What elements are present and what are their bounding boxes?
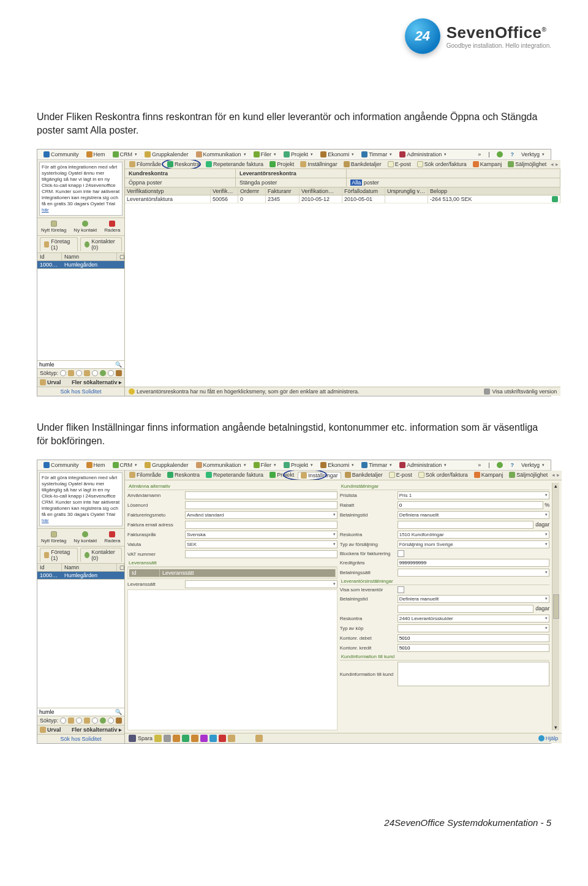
menu-kommunikation[interactable]: Kommunikation (192, 461, 250, 469)
tool-icon-8[interactable] (219, 735, 226, 742)
subtab-bankdetaljer[interactable]: Bankdetaljer (342, 472, 385, 479)
grid-row-selected[interactable]: 1000…Humlegården (37, 261, 124, 268)
menu-hem[interactable]: Hem (83, 151, 109, 158)
select-fakturasprak[interactable]: Svenska (185, 531, 337, 539)
subtab-installningar[interactable]: Inställningar (298, 161, 340, 167)
tool-icon-7[interactable] (209, 735, 217, 742)
input-dagar-kund[interactable] (398, 521, 534, 529)
menu-help-icon[interactable]: ? (507, 151, 518, 158)
subtab-repeterande[interactable]: Repeterande faktura (203, 161, 266, 167)
menu-gruppkalender[interactable]: Gruppkalender (141, 151, 192, 158)
fler-sokalternativ[interactable]: Fler sökalternativ ▸ (72, 727, 122, 733)
cell-kundreskontra[interactable]: Kundreskontra (125, 169, 236, 178)
col-fakturanr[interactable]: Fakturanr (266, 187, 300, 195)
menu-projekt[interactable]: Projekt (280, 461, 317, 469)
textarea-kundinfo[interactable] (398, 662, 550, 686)
ledger-icon[interactable] (552, 196, 558, 202)
col-namn[interactable]: Namn (62, 564, 117, 571)
cell-levreskontra[interactable]: Leverantörsreskontra (236, 169, 347, 178)
menu-verktyg[interactable]: Verktyg (518, 461, 548, 469)
subtab-repeterande[interactable]: Repeterande faktura (203, 472, 266, 479)
menu-crm[interactable]: CRM (109, 461, 141, 469)
col-belopp[interactable]: Belopp (428, 187, 560, 195)
menu-refresh-icon[interactable] (493, 151, 507, 158)
col-namn[interactable]: Namn (62, 253, 117, 260)
input-kontonr-debet[interactable] (398, 634, 550, 642)
col-ordernr[interactable]: Ordernr (238, 187, 266, 195)
urval-button[interactable]: Urval (40, 727, 61, 733)
tab-scroll-left[interactable]: ◂ (550, 161, 554, 167)
tool-icon-4[interactable] (182, 735, 189, 742)
cell-oppna-poster[interactable]: Öppna poster (125, 178, 236, 187)
tool-icon-12[interactable] (255, 735, 263, 742)
tab-scroll-right[interactable]: ▸ (555, 161, 559, 167)
menu-hem[interactable]: Hem (83, 461, 109, 469)
menu-ekonomi[interactable]: Ekonomi (317, 461, 358, 469)
menu-administration[interactable]: Administration (396, 151, 450, 158)
chk-visa-som-lev[interactable] (398, 586, 404, 593)
tab-foretag[interactable]: Företag (1) (40, 548, 78, 562)
col-verifik[interactable]: Verifik… (211, 187, 238, 195)
soktyp-opt1-icon[interactable] (60, 718, 66, 724)
tab-scroll-right[interactable]: ▸ (556, 472, 560, 479)
sok-hos-soliditet[interactable]: Sök hos Soliditet (37, 387, 124, 396)
sok-hos-soliditet[interactable]: Sök hos Soliditet (37, 734, 124, 743)
fler-sokalternativ[interactable]: Fler sökalternativ ▸ (72, 379, 122, 385)
tab-kontakter[interactable]: Kontakter (0) (80, 237, 122, 251)
info-link[interactable]: här (42, 518, 49, 523)
input-dagar-lev[interactable] (398, 605, 534, 613)
urval-button[interactable]: Urval (40, 379, 61, 385)
soktyp-opt4-icon[interactable] (108, 718, 114, 724)
soktyp-opt3-icon[interactable] (92, 718, 98, 724)
soktyp-opt4-icon[interactable] (108, 370, 114, 376)
menu-filer[interactable]: Filer (250, 151, 281, 158)
menu-crm[interactable]: CRM (109, 151, 141, 158)
soktyp-opt1-icon[interactable] (60, 370, 66, 376)
menu-community[interactable]: Community (40, 151, 83, 158)
search-input[interactable] (37, 361, 113, 368)
menu-refresh-icon[interactable] (493, 461, 507, 469)
col-ursprunglig[interactable]: Ursprunglig v… (385, 187, 428, 195)
scroll-thumb[interactable] (553, 594, 559, 619)
tool-icon-6[interactable] (200, 735, 208, 742)
select-typ-kop[interactable] (398, 624, 550, 632)
col-verifikationstyp[interactable]: Verifikationstyp (125, 187, 211, 195)
menu-kommunikation[interactable]: Kommunikation (192, 151, 250, 158)
menu-timmar[interactable]: Timmar (358, 461, 396, 469)
menu-gruppkalender[interactable]: Gruppkalender (141, 461, 192, 469)
menu-filer[interactable]: Filer (250, 461, 281, 469)
grid-row-selected[interactable]: 1000…Humlegården (37, 572, 124, 579)
menu-projekt[interactable]: Projekt (280, 151, 317, 158)
col-filter-icon[interactable]: ▢ (117, 564, 124, 571)
col-filter-icon[interactable]: ▢ (117, 253, 124, 260)
tool-icon-3[interactable] (173, 735, 180, 742)
tab-foretag[interactable]: Företag (1) (40, 237, 78, 251)
input-losenord[interactable] (185, 501, 337, 509)
subtab-kampanj[interactable]: Kampanj (470, 161, 505, 167)
subtab-reskontra[interactable]: Reskontra (165, 472, 202, 479)
subtab-epost[interactable]: E-post (386, 472, 415, 479)
search-input[interactable] (37, 708, 113, 716)
subtab-projekt[interactable]: Projekt (267, 161, 296, 167)
cell-alla-poster[interactable]: Alla poster (347, 178, 560, 187)
input-vat[interactable] (185, 550, 337, 558)
tool-icon-1[interactable] (154, 735, 162, 742)
tab-kontakter[interactable]: Kontakter (0) (80, 548, 122, 562)
subtab-epost[interactable]: E-post (385, 161, 413, 167)
scroll-down-icon[interactable]: ▾ (554, 724, 557, 730)
select-betalningstid-lev[interactable]: Definiera manuellt (398, 595, 550, 603)
menu-help-icon[interactable]: ? (507, 461, 518, 469)
select-faktureringsmeto[interactable]: Använd standard (185, 511, 337, 519)
col-lev-satt[interactable]: Leveranssätt (160, 569, 336, 577)
col-id[interactable]: Id (37, 253, 62, 260)
subtab-sok-order[interactable]: Sök order/faktura (416, 472, 470, 479)
input-fakturaemail[interactable] (185, 521, 337, 529)
select-betalningssatt[interactable] (398, 569, 550, 577)
tool-icon-5[interactable] (191, 735, 198, 742)
menu-ekonomi[interactable]: Ekonomi (317, 151, 358, 158)
btn-radera[interactable]: Radera (104, 531, 120, 543)
menu-timmar[interactable]: Timmar (358, 151, 396, 158)
select-reskontra-kund[interactable]: 1510 Kundfordringar (398, 531, 550, 539)
input-kreditgrans[interactable] (398, 559, 550, 567)
tab-scroll-left[interactable]: ◂ (551, 472, 555, 479)
